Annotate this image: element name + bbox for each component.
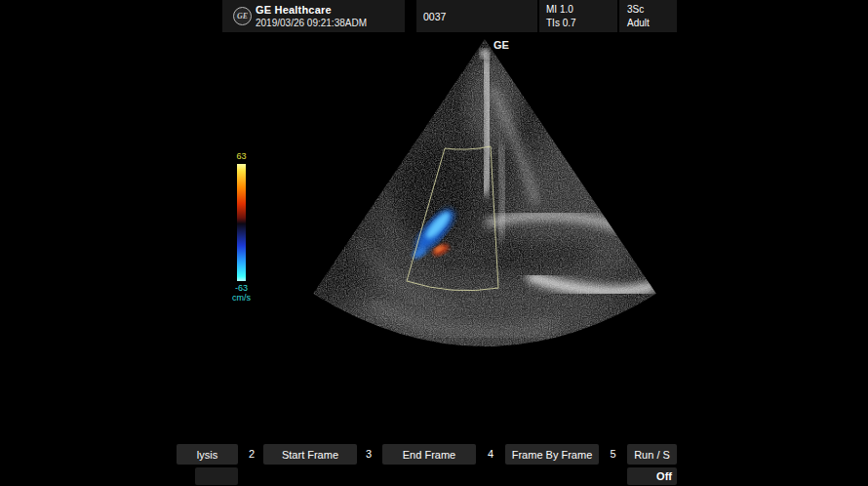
softkey-number-5: 5 (601, 444, 625, 465)
color-roi-box (407, 146, 498, 291)
color-scale: 63 -63 cm/s (228, 151, 255, 303)
ge-logo-icon: GE (233, 7, 252, 25)
brand-name: GE Healthcare (256, 4, 332, 16)
ultrasound-image (0, 0, 868, 486)
color-scale-bar (237, 164, 246, 281)
ultrasound-screen: GE GE Healthcare 2019/03/26 09:21:38ADM … (0, 0, 868, 486)
softkey-frame-by-frame-button[interactable]: Frame By Frame (505, 444, 599, 465)
softkey-secondary-box (195, 467, 238, 485)
vendor-mark: GE (493, 39, 509, 51)
exam-number: 0037 (423, 11, 446, 22)
probe-name: 3Sc (627, 4, 644, 15)
softkey-run-stop-button[interactable]: Run / S (627, 444, 677, 465)
softkey-number-3: 3 (357, 444, 380, 465)
softkey-end-frame-button[interactable]: End Frame (382, 444, 476, 465)
header-brand-banner: GE GE Healthcare 2019/03/26 09:21:38ADM (222, 0, 405, 32)
softkey-start-frame-button[interactable]: Start Frame (263, 444, 357, 465)
mi-value: MI 1.0 (546, 4, 573, 15)
preset-name: Adult (627, 18, 650, 28)
softkey-number-4: 4 (478, 444, 503, 465)
doppler-flow (411, 204, 460, 261)
ge-logo-monogram: GE (237, 12, 248, 20)
softkey-analysis-button[interactable]: lysis (177, 444, 238, 465)
header-exam-segment: 0037 (416, 0, 537, 32)
exam-datetime: 2019/03/26 09:21:38ADM (256, 18, 367, 28)
softkey-number-2: 2 (242, 444, 261, 465)
color-scale-unit: cm/s (228, 293, 255, 303)
header-probe-segment: 3Sc Adult (619, 0, 677, 32)
run-stop-state[interactable]: Off (627, 467, 677, 485)
color-scale-min: -63 (228, 283, 255, 293)
color-scale-max: 63 (228, 151, 255, 161)
tis-value: TIs 0.7 (546, 18, 576, 28)
header-acoustic-indices: MI 1.0 TIs 0.7 (539, 0, 617, 32)
